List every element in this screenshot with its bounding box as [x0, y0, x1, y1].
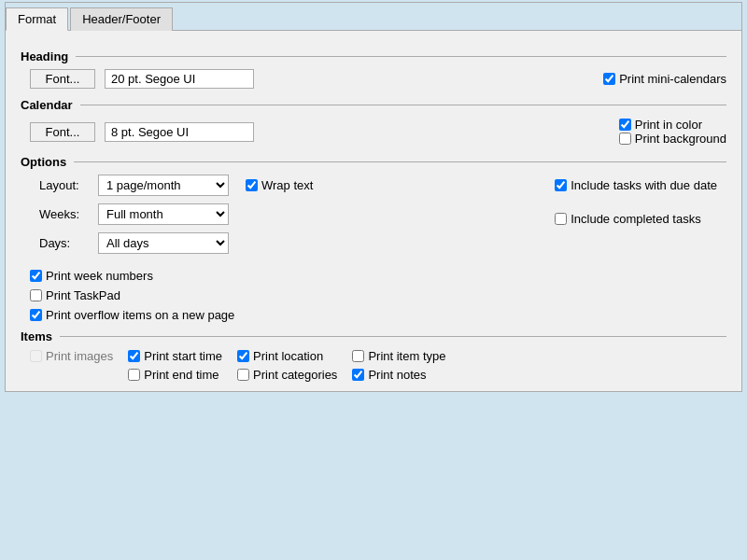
print-week-numbers-checkbox[interactable] — [30, 270, 42, 282]
items-location-col: Print location Print categories — [237, 349, 337, 382]
print-location-label[interactable]: Print location — [237, 349, 337, 363]
print-notes-checkbox[interactable] — [352, 369, 364, 381]
print-in-color-label[interactable]: Print in color — [619, 118, 702, 132]
layout-select[interactable]: 1 page/month 2 pages/month — [98, 175, 229, 196]
items-row: Print images Print start time Print end … — [30, 349, 726, 382]
include-completed-checkbox[interactable] — [555, 213, 567, 225]
calendar-section-header: Calendar — [21, 98, 726, 112]
print-mini-calendars-label[interactable]: Print mini-calendars — [603, 72, 726, 86]
heading-right-options: Print mini-calendars — [603, 72, 726, 86]
tab-header-footer[interactable]: Header/Footer — [70, 7, 173, 31]
tasks-options: Include tasks with due date Include comp… — [555, 178, 726, 226]
calendar-font-button[interactable]: Font... — [30, 122, 95, 142]
print-background-label[interactable]: Print background — [619, 132, 726, 146]
print-overflow-checkbox[interactable] — [30, 309, 42, 321]
items-time-col: Print start time Print end time — [128, 349, 222, 382]
tab-bar: Format Header/Footer — [6, 3, 741, 31]
weeks-select[interactable]: Full month This week Next week — [98, 203, 229, 225]
include-tasks-due-label[interactable]: Include tasks with due date — [555, 178, 717, 192]
include-tasks-due-checkbox[interactable] — [555, 179, 567, 191]
extra-checkboxes: Print week numbers Print TaskPad Print o… — [30, 269, 726, 322]
heading-row: Font... 20 pt. Segoe UI Print mini-calen… — [30, 69, 726, 89]
print-week-numbers-label[interactable]: Print week numbers — [30, 269, 726, 283]
print-end-time-checkbox[interactable] — [128, 369, 140, 381]
print-start-time-checkbox[interactable] — [128, 350, 140, 362]
print-images-checkbox[interactable] — [30, 350, 42, 362]
print-background-checkbox[interactable] — [619, 133, 631, 145]
dialog: Format Header/Footer Heading Font... 20 … — [5, 2, 742, 392]
weeks-row: Weeks: Full month This week Next week — [39, 203, 229, 225]
print-overflow-label[interactable]: Print overflow items on a new page — [30, 308, 726, 322]
print-location-checkbox[interactable] — [237, 350, 249, 362]
options-section-header: Options — [21, 155, 726, 169]
tab-format[interactable]: Format — [6, 7, 68, 31]
print-mini-calendars-checkbox[interactable] — [603, 73, 615, 85]
calendar-right-options: Print in color Print background — [619, 118, 726, 146]
heading-section-header: Heading — [21, 49, 726, 63]
wrap-text-checkbox[interactable] — [246, 179, 258, 191]
print-categories-label[interactable]: Print categories — [237, 368, 337, 382]
options-grid: Layout: 1 page/month 2 pages/month Weeks… — [39, 175, 229, 261]
items-type-col: Print item type Print notes — [352, 349, 445, 382]
print-taskpad-checkbox[interactable] — [30, 289, 42, 301]
heading-font-button[interactable]: Font... — [30, 69, 95, 89]
print-taskpad-label[interactable]: Print TaskPad — [30, 288, 726, 302]
tab-content: Heading Font... 20 pt. Segoe UI Print mi… — [6, 31, 741, 391]
heading-font-display: 20 pt. Segoe UI — [105, 69, 254, 89]
print-categories-checkbox[interactable] — [237, 369, 249, 381]
items-section-header: Items — [21, 329, 726, 343]
wrap-text-label[interactable]: Wrap text — [246, 178, 313, 192]
days-select[interactable]: All days Weekdays only Weekends only — [98, 232, 229, 254]
days-row: Days: All days Weekdays only Weekends on… — [39, 232, 229, 254]
wrap-text-area: Wrap text — [246, 178, 313, 192]
layout-row: Layout: 1 page/month 2 pages/month — [39, 175, 229, 196]
print-notes-label[interactable]: Print notes — [352, 368, 445, 382]
include-completed-label[interactable]: Include completed tasks — [555, 212, 717, 226]
print-start-time-label[interactable]: Print start time — [128, 349, 222, 363]
calendar-font-display: 8 pt. Segoe UI — [105, 122, 254, 142]
print-images-label[interactable]: Print images — [30, 349, 113, 363]
calendar-row: Font... 8 pt. Segoe UI Print in color Pr… — [30, 118, 726, 146]
print-item-type-label[interactable]: Print item type — [352, 349, 445, 363]
print-item-type-checkbox[interactable] — [352, 350, 364, 362]
print-end-time-label[interactable]: Print end time — [128, 368, 222, 382]
print-in-color-checkbox[interactable] — [619, 119, 631, 131]
